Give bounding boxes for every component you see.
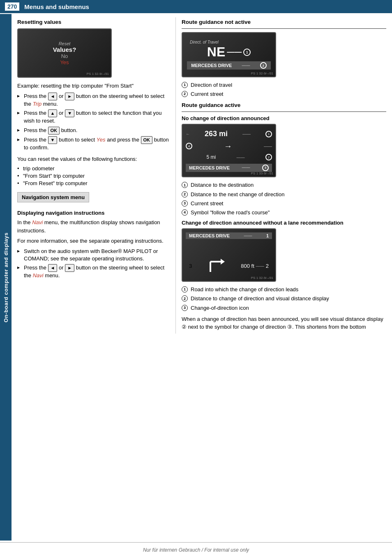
merc-dist-val: 800 ft [241, 263, 254, 269]
dist-bottom-row: 5 mi —— 2 [186, 154, 272, 160]
nav-para2: For more information, see the separate o… [17, 237, 170, 245]
nav-step-2: Press the ◄ or ► button on the steering … [17, 264, 170, 280]
cd-item-3: 3 Change‑of‑direction icon [182, 304, 386, 312]
rna-item-2: 2 Current street [182, 91, 386, 98]
rna-item-1: 1 Direction of travel [182, 81, 386, 89]
reset-items: trip odometer "From Start" trip computer… [17, 165, 170, 186]
svg-marker-2 [221, 259, 225, 265]
dist-display: ← 263 mi —— 1 4 → —— 5 mi —— 2 MERC [182, 124, 276, 177]
merc-circle1: 1 [266, 233, 269, 238]
nav-step-1: Switch on the audio system with Becker® … [17, 248, 170, 262]
example-text: Example: resetting the trip computer "Fr… [17, 82, 170, 90]
reset-display: Reset Values? No Yes PS 1 32-9/--/31 [17, 28, 112, 78]
sidebar: On-board computer and displays [0, 14, 12, 541]
dist-ps-label: PS 1 33-9/--/31 [251, 172, 273, 175]
reset-option1: No [61, 53, 68, 59]
cd-item-2: 2 Distance to change of direction and vi… [182, 295, 386, 302]
reset-step-3: Press the OK button. [17, 127, 170, 135]
reset-option2: Yes [60, 59, 69, 65]
nc-item-3: 3 Current street [182, 200, 386, 207]
dist-circle1: 1 [265, 131, 272, 137]
no-change-title: No change of direction announced [182, 115, 386, 121]
dist-arrow-row: 4 → —— [186, 142, 272, 151]
reset-item-2: "From Start" trip computer [17, 173, 170, 179]
cd-item-1: 1 Road into which the change of directio… [182, 286, 386, 293]
ne-label: NE [207, 44, 225, 60]
change-dir-title: Change of direction announced without a … [182, 220, 386, 226]
reset-label: Reset [59, 41, 71, 46]
nav-instructions-section: Displaying navigation instructions In th… [17, 210, 170, 279]
main-content: Resetting values Reset Values? No Yes PS… [12, 13, 392, 338]
merc-display: MERCEDES DRIVE —— 1 3 800 ft —— 2 [182, 228, 276, 282]
reset-step-2: Press the ▲ or ▼ button to select the fu… [17, 109, 170, 125]
reset-ps-label: PS 1 32-9/--/31 [87, 72, 109, 76]
ne-circle2: 2 [260, 62, 267, 69]
reset-intro: You can reset the values of the followin… [17, 155, 170, 163]
footer-bar: Nur für internen Gebrauch / For internal… [0, 542, 392, 557]
ne-street-bar: MERCEDES DRIVE —— 2 [187, 61, 270, 70]
turn-arrow-icon [206, 255, 227, 276]
reset-step-4: Press the ▼ button to select Yes and pre… [17, 136, 170, 152]
nc-item-2: 2 Distance to the next change of directi… [182, 191, 386, 198]
dist-top-row: ← 263 mi —— 1 [186, 130, 272, 138]
right-column: Route guidance not active Direct. of Tra… [176, 17, 392, 334]
reset-value: Values? [53, 46, 76, 53]
resetting-values-section: Resetting values Reset Values? No Yes PS… [17, 19, 170, 186]
nc-item-4: 4 Symbol "follow the road's course" [182, 209, 386, 216]
dist-street-bar: MERCEDES DRIVE —— 3 [186, 164, 272, 172]
merc-street: MERCEDES DRIVE [189, 233, 230, 238]
nav-menu-box: Navigation system menu [17, 192, 89, 202]
reset-steps: Press the ◄ or ► button on the steering … [17, 93, 170, 152]
dir-title: Direct. of Travel [190, 40, 219, 44]
nav-para1: In the Navi menu, the multifunction disp… [17, 218, 170, 234]
header-title: Menus and submenus [24, 3, 89, 10]
reset-item-1: trip odometer [17, 165, 170, 172]
route-active-title: Route guidance active [182, 102, 386, 108]
ne-ps-label: PS 1 32-9/--/31 [251, 72, 273, 75]
route-not-active-section: Route guidance not active Direct. of Tra… [182, 19, 386, 98]
nc-item-1: 1 Distance to the destination [182, 181, 386, 189]
reset-step-1: Press the ◄ or ► button on the steering … [17, 93, 170, 108]
left-column: Resetting values Reset Values? No Yes PS… [12, 17, 176, 334]
arrow-right-icon: → [224, 142, 232, 151]
ne-text: NE —— 1 [207, 44, 251, 60]
merc-street-top: MERCEDES DRIVE —— 1 [186, 232, 272, 239]
ne-street: MERCEDES DRIVE [191, 63, 232, 68]
merc-ps-label: PS 1 32-9/--/31 [251, 276, 273, 280]
nav-instructions-title: Displaying navigation instructions [17, 210, 170, 216]
ne-circle1: 1 [243, 49, 251, 56]
dist-circle4: 4 [186, 143, 192, 149]
footer-text: Nur für internen Gebrauch / For internal… [143, 547, 249, 553]
dist-bottom-val: 5 mi [206, 154, 216, 160]
dist-street: MERCEDES DRIVE [189, 165, 230, 170]
dist-top-val: 263 mi [205, 130, 228, 138]
route-not-active-items: 1 Direction of travel 2 Current street [182, 81, 386, 98]
resetting-values-title: Resetting values [17, 19, 170, 25]
reset-item-3: "From Reset" trip computer [17, 180, 170, 186]
merc-circle2: 2 [266, 263, 269, 269]
merc-circle3: 3 [189, 263, 192, 269]
route-active-section: Route guidance active No change of direc… [182, 102, 386, 216]
route-not-active-title: Route guidance not active [182, 19, 386, 25]
header-bar: 270 Menus and submenus [0, 0, 392, 13]
sidebar-label: On-board computer and displays [3, 232, 9, 323]
merc-dist: 800 ft —— 2 [241, 263, 269, 269]
dist-circle2: 2 [265, 154, 272, 160]
ne-display: Direct. of Travel NE —— 1 MERCEDES DRIVE… [182, 32, 276, 77]
change-dir-para: When a change of direction has been anno… [182, 315, 386, 331]
change-direction-section: Change of direction announced without a … [182, 220, 386, 331]
nav-steps: Switch on the audio system with Becker® … [17, 248, 170, 280]
no-change-items: 1 Distance to the destination 2 Distance… [182, 181, 386, 216]
change-dir-items: 1 Road into which the change of directio… [182, 286, 386, 312]
dist-circle3: 3 [262, 165, 269, 171]
page-number: 270 [5, 2, 19, 11]
merc-arrow-area: 3 800 ft —— 2 [186, 254, 272, 278]
